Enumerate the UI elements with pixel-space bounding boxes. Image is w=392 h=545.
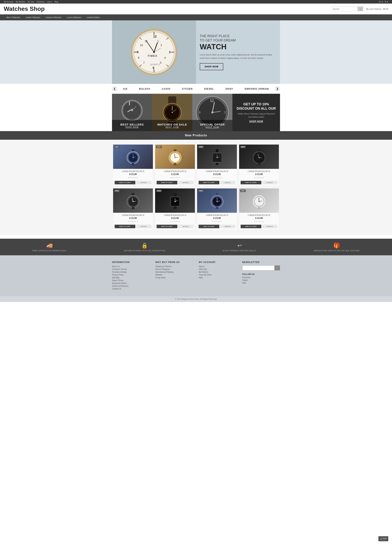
product-image-6: NEW <box>155 188 195 213</box>
details-8[interactable]: DETAILS <box>262 225 277 228</box>
language-selector[interactable]: En ▼ <box>379 1 383 3</box>
svg-text:TIMEX: TIMEX <box>147 54 157 57</box>
hero-subtitle: THE RIGHT PLACE TO GET YOUR DREAM <box>200 34 274 43</box>
cat-banner-special-offer[interactable]: 12 3 6 9 SPECIAL OFFER SHOP NOW <box>192 94 233 131</box>
brand-diesel[interactable]: DIESEL <box>204 87 214 90</box>
brands-next-button[interactable]: ❯ <box>275 87 280 91</box>
footer-customer-service[interactable]: Customer Service <box>112 268 150 270</box>
nav-fashion-watches[interactable]: Fashion Watches <box>43 14 64 20</box>
details-5[interactable]: DETAILS <box>136 225 151 228</box>
footer-help[interactable]: Help <box>199 277 237 279</box>
svg-text:12: 12 <box>153 35 157 38</box>
brand-emporio[interactable]: EMPORIO ARMANI <box>245 87 269 90</box>
products-grid: NEW LOREM IPSUM DOLOR SI $ 23.99 ★★★★★ <box>112 142 280 233</box>
new-badge-2: NEW <box>156 146 162 148</box>
nav-mens-watches[interactable]: Men's Watches <box>4 14 23 20</box>
details-4[interactable]: DETAILS <box>262 181 277 184</box>
add-to-cart-3[interactable]: ADD TO CART <box>199 181 219 184</box>
footer-site-map[interactable]: Site Map <box>112 277 150 279</box>
cat-banner-best-sellers[interactable]: BEST SELLERS SHOP NOW <box>112 94 152 131</box>
search-bar[interactable]: 🔍 <box>331 6 363 11</box>
new-products-header: New Products <box>0 131 392 140</box>
details-6[interactable]: DETAILS <box>178 225 193 228</box>
cat-banner-link-2[interactable]: SHOP NOW <box>155 126 189 128</box>
footer-shipping-returns[interactable]: Shipping & Returns <box>155 265 193 267</box>
add-to-cart-7[interactable]: ADD TO CART <box>199 225 219 228</box>
details-2[interactable]: DETAILS <box>178 181 193 184</box>
add-to-cart-5[interactable]: ADD TO CART <box>115 225 135 228</box>
brands-carousel: ❮ A|X BULOVA CASIO CITIZEN DIESEL DKNY E… <box>112 84 280 94</box>
product-stars-1: ★★★★★ <box>115 176 151 179</box>
brand-casio[interactable]: CASIO <box>162 87 171 90</box>
top-bar-right: En ▼ $ ▼ <box>379 1 388 3</box>
footer-affiliates[interactable]: Affiliates <box>155 274 193 276</box>
brand-bulova[interactable]: BULOVA <box>139 87 150 90</box>
header-right: 🔍 My cart 0 item(s) - $0.00 <box>331 6 388 11</box>
details-1[interactable]: DETAILS <box>136 181 151 184</box>
add-to-cart-8[interactable]: ADD TO CART <box>241 225 261 228</box>
hero-image: 12 3 6 9 1 2 4 5 11 10 8 7 TIMEX <box>112 20 196 84</box>
footer-orders-returns[interactable]: Orders and Returns <box>112 285 150 287</box>
topbar-my-account[interactable]: My Account <box>4 1 13 3</box>
topbar-checkout[interactable]: Checkout <box>37 1 44 3</box>
add-to-cart-2[interactable]: ADD TO CART <box>157 181 177 184</box>
brand-dkny[interactable]: DKNY <box>226 87 233 90</box>
svg-text:6: 6 <box>153 66 154 69</box>
product-card-4: NEW LOREM IPSUM DOLOR SI $ 23.99 ★★★★★ <box>239 144 279 186</box>
follow-twitter[interactable]: Twitter <box>242 279 280 281</box>
footer-my-wishlist[interactable]: My Wishlist <box>199 271 237 273</box>
cat-banner-watches-on-sale[interactable]: WATCHES ON SALE SHOP NOW <box>152 94 192 131</box>
newsletter-submit-button[interactable]: → <box>274 266 280 270</box>
product-price-8: $ 23.99 <box>241 217 277 219</box>
product-image-1: NEW <box>113 145 153 169</box>
hero-shop-now-button[interactable]: SHOP NOW <box>200 63 223 70</box>
brand-citizen[interactable]: CITIZEN <box>182 87 193 90</box>
follow-rss[interactable]: RSS <box>242 282 280 284</box>
footer-secure-shopping[interactable]: Secure Shopping <box>155 268 193 270</box>
footer-template-settings[interactable]: Template Settings <box>112 271 150 273</box>
svg-rect-107 <box>216 207 218 209</box>
nav-luxury-watches[interactable]: Luxury Watches <box>64 14 84 20</box>
product-stars-8: ★★★★★ <box>241 220 277 223</box>
details-7[interactable]: DETAILS <box>220 225 235 228</box>
search-button[interactable]: 🔍 <box>357 7 363 11</box>
nav-ladies-watches[interactable]: Ladies' Watches <box>23 14 43 20</box>
newsletter-email-input[interactable] <box>243 266 274 270</box>
currency-selector[interactable]: $ ▼ <box>385 1 388 3</box>
details-3[interactable]: DETAILS <box>220 181 235 184</box>
product-info-6: LOREM IPSUM DOLOR SI $ 23.99 ★★★★★ <box>155 213 195 225</box>
topbar-my-wishlist[interactable]: My Wishlist <box>16 1 25 3</box>
footer-international-shipping[interactable]: International Shipping <box>155 271 193 273</box>
footer-advanced-search[interactable]: Advanced Search <box>112 282 150 284</box>
footer-about-us[interactable]: About Us <box>112 265 150 267</box>
topbar-blog[interactable]: Blog <box>54 1 58 3</box>
footer-search-terms[interactable]: Search Terms <box>112 279 150 281</box>
footer-track-my-order[interactable]: Track My Order <box>199 274 237 276</box>
brands-prev-button[interactable]: ❮ <box>112 87 117 91</box>
footer-view-cart[interactable]: View Cart <box>199 268 237 270</box>
product-info-2: LOREM IPSUM DOLOR SI $ 23.99 ★★★★★ <box>155 169 195 181</box>
topbar-my-cart[interactable]: My Cart <box>28 1 34 3</box>
nav-limited-edition[interactable]: Limited Edition <box>84 14 103 20</box>
svg-rect-91 <box>132 207 135 209</box>
footer-contact-us[interactable]: Contact Us <box>112 288 150 290</box>
add-to-cart-4[interactable]: ADD TO CART <box>241 181 261 184</box>
topbar-login[interactable]: Log In <box>47 1 52 3</box>
footer-sign-in[interactable]: Sign In <box>199 265 237 267</box>
product-price-7: $ 23.99 <box>199 217 235 219</box>
add-to-cart-1[interactable]: ADD TO CART <box>115 181 135 184</box>
new-badge-8: NEW <box>240 190 246 192</box>
discount-shop-link[interactable]: SHOP NOW <box>249 120 263 123</box>
cat-banner-link-3[interactable]: SHOP NOW <box>195 126 229 128</box>
cart-info[interactable]: My cart 0 item(s) - $0.00 <box>366 8 388 10</box>
cat-banner-link-1[interactable]: SHOP NOW <box>115 126 149 128</box>
footer-privacy-policy[interactable]: Privacy Policy <box>112 274 150 276</box>
feature-return-label: 90-DAY PRODUCT RETURN POLICY <box>223 250 257 252</box>
cat-banner-overlay-3: SPECIAL OFFER SHOP NOW <box>192 120 233 131</box>
add-to-cart-6[interactable]: ADD TO CART <box>157 225 177 228</box>
search-input[interactable] <box>331 7 357 11</box>
svg-rect-31 <box>129 101 130 105</box>
follow-facebook[interactable]: Facebook <box>242 276 280 279</box>
brand-ax[interactable]: A|X <box>123 87 128 90</box>
footer-group-sales[interactable]: Group Sales <box>155 277 193 279</box>
